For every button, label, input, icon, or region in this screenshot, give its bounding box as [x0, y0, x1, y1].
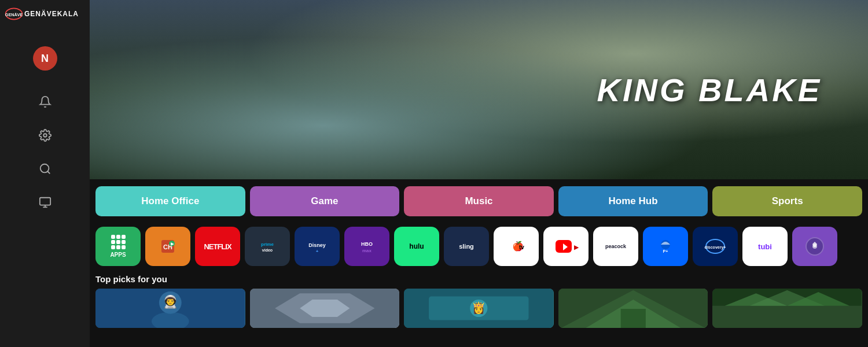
svg-rect-63	[712, 306, 862, 328]
svg-text:prime: prime	[261, 242, 274, 247]
discovery-icon: discovery+	[703, 238, 727, 255]
app-soccer[interactable]	[792, 227, 837, 266]
category-game[interactable]: Game	[250, 186, 400, 216]
hero-title: KING BLAKE	[597, 71, 822, 109]
user-avatar[interactable]: N	[33, 46, 57, 71]
svg-text:discovery+: discovery+	[705, 245, 726, 250]
app-youtube[interactable]: ▶	[543, 227, 589, 266]
category-tabs: Home Office Game Music Home Hub Sports	[90, 179, 868, 223]
hero-banner: KING BLAKE	[90, 0, 868, 179]
pick-item-1[interactable]: 👨‍🚀	[95, 289, 245, 328]
pick-item-3[interactable]: 👸	[404, 289, 554, 328]
svg-point-46	[812, 244, 817, 249]
pick-item-5[interactable]	[712, 289, 862, 328]
app-netflix[interactable]: NETFLIX	[195, 227, 240, 266]
soccer-icon	[803, 235, 826, 258]
svg-text:Disney: Disney	[308, 242, 326, 248]
sling-icon: sling	[454, 238, 479, 255]
top-picks-label: Top picks for you	[95, 274, 862, 284]
notification-icon[interactable]	[37, 94, 53, 110]
appletv-icon: 🍎 tv	[507, 240, 525, 253]
site-logo-text: GENÄVEKALA	[24, 10, 79, 18]
svg-text:max: max	[362, 248, 372, 253]
settings-icon[interactable]	[37, 127, 53, 143]
svg-line-4	[47, 171, 50, 174]
svg-rect-5	[39, 198, 50, 205]
svg-text:👨‍🚀: 👨‍🚀	[163, 294, 178, 309]
svg-text:video: video	[262, 248, 273, 252]
logo-icon: GENÄVE	[5, 5, 23, 23]
app-container: GENÄVE GENÄVEKALA N	[0, 0, 868, 347]
paramount-icon: P+	[653, 238, 678, 255]
svg-rect-61	[621, 309, 646, 328]
youtube-icon: ▶	[553, 238, 579, 255]
disney-icon: Disney +	[305, 238, 329, 255]
prime-icon: prime video	[255, 238, 279, 255]
app-prime[interactable]: prime video	[245, 227, 290, 266]
apps-grid	[111, 235, 126, 249]
app-disney[interactable]: Disney +	[295, 227, 340, 266]
app-appletv[interactable]: 🍎 tv	[494, 227, 539, 266]
category-home-office[interactable]: Home Office	[95, 186, 245, 216]
peacock-icon: peacock	[604, 238, 628, 255]
svg-text:sling: sling	[459, 243, 474, 250]
svg-text:HBO: HBO	[361, 241, 373, 247]
site-logo: GENÄVE GENÄVEKALA	[5, 5, 79, 23]
app-paramount[interactable]: P+	[643, 227, 688, 266]
app-hulu[interactable]: hulu	[394, 227, 439, 266]
hbomax-icon: HBO max	[355, 238, 379, 255]
svg-point-3	[40, 164, 49, 173]
svg-text:+: +	[316, 249, 319, 254]
channelmaster-icon: CH ▶	[159, 238, 176, 255]
svg-text:▶: ▶	[574, 244, 579, 250]
media-icon[interactable]	[37, 194, 53, 211]
svg-text:P+: P+	[663, 249, 668, 253]
category-music[interactable]: Music	[404, 186, 554, 216]
app-tubi[interactable]: tubi	[742, 227, 788, 266]
sidebar: N	[0, 0, 90, 347]
search-icon[interactable]	[37, 161, 53, 177]
top-picks-section: Top picks for you 👨‍🚀	[90, 270, 868, 330]
category-home-hub[interactable]: Home Hub	[558, 186, 708, 216]
svg-text:👸: 👸	[472, 301, 486, 315]
app-channelmaster[interactable]: CH ▶	[145, 227, 190, 266]
main-content: KING BLAKE Home Office Game Music Home H…	[90, 0, 868, 347]
category-sports[interactable]: Sports	[712, 186, 862, 216]
pick-item-2[interactable]	[250, 289, 400, 328]
apps-row: APPS CH ▶ NETFLIX prime video	[90, 223, 868, 270]
svg-text:tv: tv	[519, 244, 524, 250]
svg-text:peacock: peacock	[605, 243, 627, 249]
top-picks-row: 👨‍🚀 👸	[95, 289, 862, 328]
app-discovery[interactable]: discovery+	[693, 227, 738, 266]
app-peacock[interactable]: peacock	[593, 227, 638, 266]
app-apps[interactable]: APPS	[95, 227, 141, 266]
app-sling[interactable]: sling	[444, 227, 489, 266]
app-hbomax[interactable]: HBO max	[344, 227, 389, 266]
pick-item-4[interactable]	[558, 289, 708, 328]
svg-point-2	[43, 134, 47, 137]
svg-text:GENÄVE: GENÄVE	[5, 12, 23, 17]
